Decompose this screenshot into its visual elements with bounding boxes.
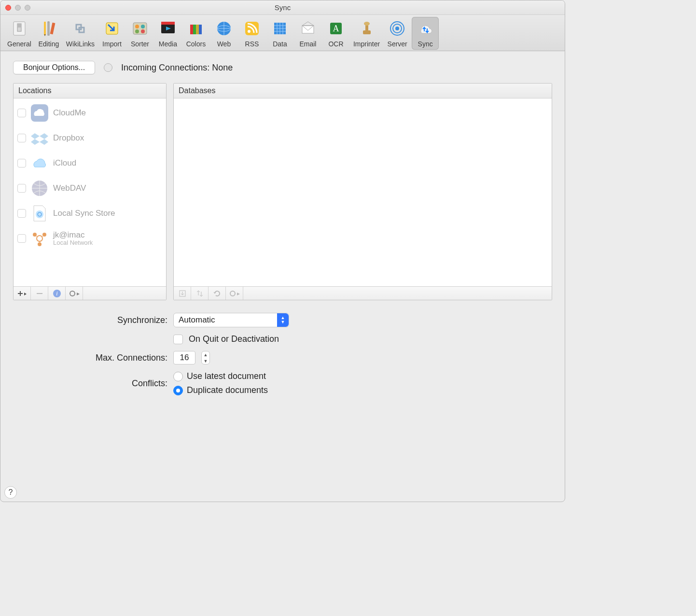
svg-rect-18 [196, 25, 199, 34]
synchronize-value: Automatic [179, 315, 215, 325]
tab-web[interactable]: Web [210, 17, 237, 50]
svg-point-32 [364, 22, 370, 26]
location-row-local-sync-store[interactable]: Local Sync Store [14, 201, 166, 226]
server-icon [387, 18, 408, 39]
svg-rect-14 [161, 22, 175, 25]
sync-now-button[interactable] [191, 287, 209, 300]
max-connections-label: Max. Connections: [13, 353, 167, 363]
refresh-button[interactable] [209, 287, 226, 300]
on-quit-label: On Quit or Deactivation [189, 334, 279, 344]
locations-pane: Locations CloudMe [13, 83, 167, 300]
svg-point-23 [248, 30, 251, 33]
titlebar: Sync [0, 0, 565, 15]
tab-colors[interactable]: Colors [182, 17, 209, 50]
synchronize-select[interactable]: Automatic ▲▼ [173, 313, 289, 327]
stepper-up-icon: ▲ [202, 351, 209, 358]
tab-sorter[interactable]: Sorter [126, 17, 153, 50]
location-row-bonjour-peer[interactable]: jk@imac Local Network [14, 226, 166, 251]
action-menu-button[interactable] [66, 287, 83, 300]
imprinter-icon [356, 18, 377, 39]
location-checkbox[interactable] [17, 159, 26, 168]
tab-ocr[interactable]: A OCR [322, 17, 349, 50]
tab-email[interactable]: Email [294, 17, 321, 50]
conflicts-radio-duplicate[interactable] [173, 386, 183, 395]
location-label: Dropbox [53, 134, 84, 143]
max-connections-stepper[interactable]: ▲ ▼ [201, 351, 210, 364]
ocr-icon: A [325, 18, 347, 39]
location-row-webdav[interactable]: WebDAV [14, 176, 166, 201]
location-label: WebDAV [53, 184, 86, 193]
webdav-icon [30, 179, 49, 198]
incoming-status-indicator [104, 63, 112, 72]
svg-marker-37 [31, 133, 40, 139]
sync-settings-form: Synchronize: Automatic ▲▼ On Quit or Dea… [13, 313, 552, 395]
svg-point-54 [230, 291, 235, 296]
bonjour-icon [30, 229, 49, 248]
wikilinks-icon [70, 18, 91, 39]
cloudme-icon [30, 103, 49, 123]
help-button[interactable]: ? [4, 486, 17, 499]
svg-marker-39 [31, 139, 40, 145]
incoming-connections-label: Incoming Connections: None [121, 63, 233, 73]
location-row-icloud[interactable]: iCloud [14, 151, 166, 176]
location-row-dropbox[interactable]: Dropbox [14, 126, 166, 151]
location-checkbox[interactable] [17, 109, 26, 117]
databases-footer [174, 286, 552, 300]
databases-list[interactable] [174, 98, 552, 286]
database-action-menu-button[interactable] [226, 287, 243, 300]
locations-footer: i [14, 286, 166, 300]
web-icon [213, 18, 235, 39]
preferences-toolbar: General Editing WikiLinks Import Sorter [0, 15, 565, 51]
tab-editing[interactable]: Editing [35, 17, 62, 50]
location-checkbox[interactable] [17, 134, 26, 142]
bonjour-options-button[interactable]: Bonjour Options... [13, 61, 95, 74]
svg-text:i: i [56, 290, 57, 297]
tab-import[interactable]: Import [98, 17, 125, 50]
svg-point-43 [37, 236, 42, 241]
tab-sync[interactable]: Sync [412, 17, 439, 50]
tab-general[interactable]: General [4, 17, 34, 50]
svg-point-9 [135, 25, 139, 28]
data-icon [269, 18, 291, 39]
tab-imprinter[interactable]: Imprinter [350, 17, 383, 50]
svg-rect-17 [193, 25, 196, 34]
conflicts-radio-latest[interactable] [173, 372, 183, 381]
download-database-button[interactable] [174, 287, 191, 300]
location-row-cloudme[interactable]: CloudMe [14, 100, 166, 126]
sync-pane: Bonjour Options... Incoming Connections:… [0, 51, 565, 502]
max-connections-field[interactable]: 16 [173, 351, 195, 364]
locations-list[interactable]: CloudMe Dropbox [14, 98, 166, 286]
local-sync-icon [30, 204, 49, 223]
svg-point-10 [141, 25, 145, 28]
tab-rss[interactable]: RSS [238, 17, 265, 50]
svg-rect-16 [190, 25, 193, 34]
svg-rect-2 [17, 24, 21, 28]
svg-point-11 [135, 29, 139, 33]
info-button[interactable]: i [48, 287, 66, 300]
svg-rect-6 [50, 23, 55, 35]
location-checkbox[interactable] [17, 234, 26, 243]
location-label: iCloud [53, 159, 76, 168]
tab-data[interactable]: Data [266, 17, 293, 50]
colors-icon [185, 18, 207, 39]
tab-media[interactable]: Media [154, 17, 181, 50]
synchronize-label: Synchronize: [13, 315, 167, 325]
tab-server[interactable]: Server [384, 17, 411, 50]
tab-wikilinks[interactable]: WikiLinks [63, 17, 97, 50]
location-checkbox[interactable] [17, 209, 26, 218]
location-sublabel: Local Network [53, 239, 93, 246]
conflicts-label: Conflicts: [13, 378, 167, 389]
svg-rect-5 [48, 22, 49, 35]
svg-rect-3 [44, 22, 46, 34]
svg-marker-4 [44, 34, 46, 36]
on-quit-checkbox[interactable] [173, 335, 183, 344]
location-checkbox[interactable] [17, 184, 26, 193]
svg-marker-40 [40, 139, 48, 145]
conflicts-option-latest: Use latest document [187, 371, 266, 381]
media-icon [157, 18, 179, 39]
svg-text:A: A [333, 24, 339, 33]
locations-header: Locations [14, 84, 166, 98]
add-location-button[interactable] [14, 287, 31, 300]
remove-location-button[interactable] [31, 287, 48, 300]
location-label: jk@imac [53, 231, 93, 240]
